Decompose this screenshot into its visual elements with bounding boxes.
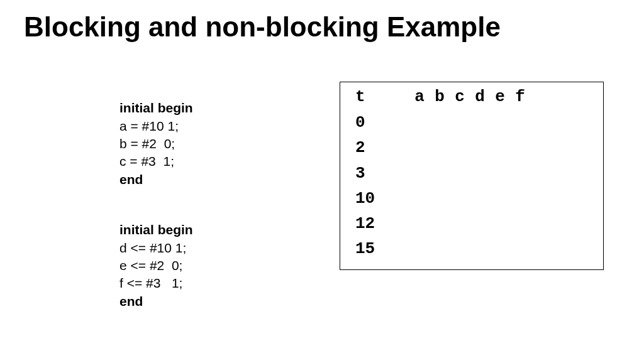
code-keyword: initial begin: [119, 222, 193, 237]
code-keyword: end: [119, 294, 143, 308]
code-block-nonblocking: initial begin d <= #10 1; e <= #2 0; f <…: [119, 203, 308, 310]
table-col-a: a: [409, 87, 430, 106]
table-time-value: 15: [355, 236, 391, 261]
table-row: 12: [355, 211, 592, 236]
code-line: b = #2 0;: [119, 136, 175, 151]
table-col-c: c: [450, 87, 470, 106]
code-keyword: initial begin: [119, 100, 193, 115]
table-time-value: 0: [355, 110, 391, 135]
table-row: 15: [355, 236, 592, 261]
code-line: e <= #2 0;: [119, 258, 182, 273]
table-row: 3: [355, 161, 592, 186]
code-block-blocking: initial begin a = #10 1; b = #2 0; c = #…: [119, 82, 308, 188]
timing-table: t a b c d e f 0 2 3 10 12 15: [340, 82, 604, 270]
table-col-t: t: [355, 87, 391, 106]
code-column: initial begin a = #10 1; b = #2 0; c = #…: [119, 82, 308, 310]
code-keyword: end: [119, 172, 143, 187]
code-line: d <= #10 1;: [119, 241, 186, 255]
code-line: c = #3 1;: [119, 154, 174, 168]
code-line: f <= #3 1;: [119, 276, 182, 290]
table-time-value: 12: [355, 211, 391, 236]
table-time-value: 2: [355, 135, 391, 160]
timing-table-header: t a b c d e f: [355, 87, 592, 106]
table-col-f: f: [510, 87, 530, 106]
table-col-d: d: [470, 87, 490, 106]
table-col-e: e: [490, 87, 510, 106]
timing-table-body: 0 2 3 10 12 15: [355, 110, 592, 262]
table-time-value: 3: [355, 161, 391, 186]
slide-title: Blocking and non-blocking Example: [24, 11, 501, 43]
code-line: a = #10 1;: [119, 119, 179, 133]
table-row: 0: [355, 110, 592, 135]
table-row: 2: [355, 135, 592, 160]
table-col-b: b: [430, 87, 450, 106]
table-row: 10: [355, 186, 592, 211]
table-time-value: 10: [355, 186, 391, 211]
